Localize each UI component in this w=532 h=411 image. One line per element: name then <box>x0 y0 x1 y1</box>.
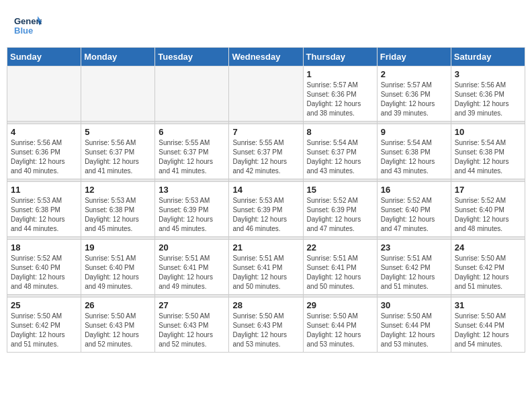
day-cell <box>7 66 81 122</box>
day-number: 12 <box>85 185 151 195</box>
day-number: 16 <box>381 185 447 195</box>
day-cell: 19Sunrise: 5:51 AM Sunset: 6:40 PM Dayli… <box>81 240 155 295</box>
day-cell <box>229 66 303 122</box>
day-info: Sunrise: 5:55 AM Sunset: 6:37 PM Dayligh… <box>232 138 299 176</box>
day-info: Sunrise: 5:54 AM Sunset: 6:37 PM Dayligh… <box>307 138 373 176</box>
day-info: Sunrise: 5:52 AM Sunset: 6:40 PM Dayligh… <box>381 196 447 234</box>
day-cell: 7Sunrise: 5:55 AM Sunset: 6:37 PM Daylig… <box>229 124 303 179</box>
weekday-header-saturday: Saturday <box>451 48 525 66</box>
day-number: 7 <box>232 127 299 137</box>
day-info: Sunrise: 5:51 AM Sunset: 6:41 PM Dayligh… <box>307 254 373 291</box>
day-number: 14 <box>232 185 299 195</box>
day-cell: 29Sunrise: 5:50 AM Sunset: 6:44 PM Dayli… <box>303 298 377 353</box>
day-number: 29 <box>307 300 373 310</box>
day-cell: 27Sunrise: 5:50 AM Sunset: 6:43 PM Dayli… <box>155 298 229 353</box>
day-info: Sunrise: 5:50 AM Sunset: 6:42 PM Dayligh… <box>455 254 521 291</box>
day-number: 18 <box>11 242 77 253</box>
day-cell: 22Sunrise: 5:51 AM Sunset: 6:41 PM Dayli… <box>303 240 377 295</box>
day-cell: 4Sunrise: 5:56 AM Sunset: 6:36 PM Daylig… <box>7 124 81 179</box>
day-cell: 15Sunrise: 5:52 AM Sunset: 6:39 PM Dayli… <box>303 182 377 237</box>
day-number: 30 <box>381 300 447 310</box>
day-cell: 23Sunrise: 5:51 AM Sunset: 6:42 PM Dayli… <box>377 240 451 295</box>
day-info: Sunrise: 5:56 AM Sunset: 6:37 PM Dayligh… <box>85 138 151 176</box>
week-row-4: 18Sunrise: 5:52 AM Sunset: 6:40 PM Dayli… <box>7 240 525 295</box>
day-number: 11 <box>11 185 77 195</box>
day-number: 3 <box>455 69 521 79</box>
day-cell: 13Sunrise: 5:53 AM Sunset: 6:39 PM Dayli… <box>155 182 229 237</box>
calendar-table: SundayMondayTuesdayWednesdayThursdayFrid… <box>7 47 525 353</box>
day-info: Sunrise: 5:50 AM Sunset: 6:42 PM Dayligh… <box>11 312 77 349</box>
day-cell: 21Sunrise: 5:51 AM Sunset: 6:41 PM Dayli… <box>229 240 303 295</box>
week-row-2: 4Sunrise: 5:56 AM Sunset: 6:36 PM Daylig… <box>7 124 525 179</box>
day-cell: 8Sunrise: 5:54 AM Sunset: 6:37 PM Daylig… <box>303 124 377 179</box>
weekday-header-sunday: Sunday <box>7 48 81 66</box>
day-cell: 10Sunrise: 5:54 AM Sunset: 6:38 PM Dayli… <box>451 124 525 179</box>
day-info: Sunrise: 5:57 AM Sunset: 6:36 PM Dayligh… <box>307 81 373 118</box>
day-cell: 3Sunrise: 5:56 AM Sunset: 6:36 PM Daylig… <box>451 66 525 122</box>
day-number: 15 <box>307 185 373 195</box>
svg-text:General: General <box>14 16 42 26</box>
day-cell: 31Sunrise: 5:50 AM Sunset: 6:44 PM Dayli… <box>451 298 525 353</box>
day-info: Sunrise: 5:51 AM Sunset: 6:40 PM Dayligh… <box>85 254 151 291</box>
weekday-header-friday: Friday <box>377 48 451 66</box>
day-info: Sunrise: 5:56 AM Sunset: 6:36 PM Dayligh… <box>11 138 77 176</box>
day-info: Sunrise: 5:54 AM Sunset: 6:38 PM Dayligh… <box>381 138 447 176</box>
day-number: 2 <box>381 69 447 79</box>
weekday-header-row: SundayMondayTuesdayWednesdayThursdayFrid… <box>7 48 525 66</box>
day-cell: 1Sunrise: 5:57 AM Sunset: 6:36 PM Daylig… <box>303 66 377 122</box>
day-cell <box>155 66 229 122</box>
day-number: 13 <box>159 185 225 195</box>
day-cell: 11Sunrise: 5:53 AM Sunset: 6:38 PM Dayli… <box>7 182 81 237</box>
day-cell: 25Sunrise: 5:50 AM Sunset: 6:42 PM Dayli… <box>7 298 81 353</box>
day-info: Sunrise: 5:51 AM Sunset: 6:41 PM Dayligh… <box>232 254 299 291</box>
weekday-header-monday: Monday <box>81 48 155 66</box>
day-number: 9 <box>381 127 447 137</box>
day-cell: 24Sunrise: 5:50 AM Sunset: 6:42 PM Dayli… <box>451 240 525 295</box>
week-row-5: 25Sunrise: 5:50 AM Sunset: 6:42 PM Dayli… <box>7 298 525 353</box>
day-number: 4 <box>11 127 77 137</box>
day-number: 24 <box>455 242 521 253</box>
day-info: Sunrise: 5:57 AM Sunset: 6:36 PM Dayligh… <box>381 81 447 118</box>
header: General Blue <box>7 7 525 43</box>
day-cell <box>81 66 155 122</box>
day-cell: 14Sunrise: 5:53 AM Sunset: 6:39 PM Dayli… <box>229 182 303 237</box>
day-info: Sunrise: 5:53 AM Sunset: 6:39 PM Dayligh… <box>232 196 299 234</box>
day-info: Sunrise: 5:53 AM Sunset: 6:39 PM Dayligh… <box>159 196 225 234</box>
day-number: 31 <box>455 300 521 310</box>
day-number: 6 <box>159 127 225 137</box>
day-info: Sunrise: 5:50 AM Sunset: 6:43 PM Dayligh… <box>232 312 299 349</box>
day-cell: 26Sunrise: 5:50 AM Sunset: 6:43 PM Dayli… <box>81 298 155 353</box>
day-info: Sunrise: 5:50 AM Sunset: 6:44 PM Dayligh… <box>381 312 447 349</box>
day-info: Sunrise: 5:52 AM Sunset: 6:40 PM Dayligh… <box>11 254 77 291</box>
day-number: 28 <box>232 300 299 310</box>
day-number: 17 <box>455 185 521 195</box>
weekday-header-tuesday: Tuesday <box>155 48 229 66</box>
day-info: Sunrise: 5:55 AM Sunset: 6:37 PM Dayligh… <box>159 138 225 176</box>
day-number: 23 <box>381 242 447 253</box>
day-cell: 6Sunrise: 5:55 AM Sunset: 6:37 PM Daylig… <box>155 124 229 179</box>
day-cell: 30Sunrise: 5:50 AM Sunset: 6:44 PM Dayli… <box>377 298 451 353</box>
svg-text:Blue: Blue <box>14 26 33 36</box>
day-number: 26 <box>85 300 151 310</box>
day-info: Sunrise: 5:50 AM Sunset: 6:43 PM Dayligh… <box>85 312 151 349</box>
day-info: Sunrise: 5:54 AM Sunset: 6:38 PM Dayligh… <box>455 138 521 176</box>
day-cell: 9Sunrise: 5:54 AM Sunset: 6:38 PM Daylig… <box>377 124 451 179</box>
day-cell: 12Sunrise: 5:53 AM Sunset: 6:38 PM Dayli… <box>81 182 155 237</box>
day-info: Sunrise: 5:51 AM Sunset: 6:41 PM Dayligh… <box>159 254 225 291</box>
day-cell: 16Sunrise: 5:52 AM Sunset: 6:40 PM Dayli… <box>377 182 451 237</box>
day-info: Sunrise: 5:53 AM Sunset: 6:38 PM Dayligh… <box>11 196 77 234</box>
day-info: Sunrise: 5:50 AM Sunset: 6:43 PM Dayligh… <box>159 312 225 349</box>
weekday-header-wednesday: Wednesday <box>229 48 303 66</box>
day-info: Sunrise: 5:53 AM Sunset: 6:38 PM Dayligh… <box>85 196 151 234</box>
day-number: 8 <box>307 127 373 137</box>
logo: General Blue <box>13 12 42 40</box>
day-info: Sunrise: 5:51 AM Sunset: 6:42 PM Dayligh… <box>381 254 447 291</box>
day-number: 1 <box>307 69 373 79</box>
day-number: 10 <box>455 127 521 137</box>
day-cell: 28Sunrise: 5:50 AM Sunset: 6:43 PM Dayli… <box>229 298 303 353</box>
week-row-1: 1Sunrise: 5:57 AM Sunset: 6:36 PM Daylig… <box>7 66 525 122</box>
day-number: 19 <box>85 242 151 253</box>
day-number: 21 <box>232 242 299 253</box>
day-number: 27 <box>159 300 225 310</box>
day-number: 22 <box>307 242 373 253</box>
